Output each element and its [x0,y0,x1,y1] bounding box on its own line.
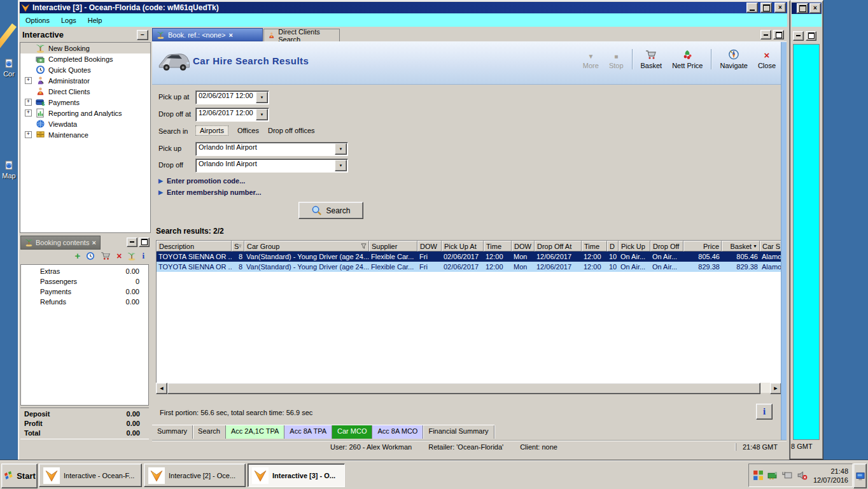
cart-icon[interactable] [101,252,111,260]
background-window[interactable]: × 8 GMT [789,0,823,460]
promotion-code-link[interactable]: ▶ Enter promotion code... [158,177,245,185]
table-row[interactable]: TOYOTA SIENNA OR ... 8 Van(Standard) - Y… [157,262,781,272]
info-icon[interactable]: i [142,251,144,261]
dropdown-icon[interactable]: ▼ [335,160,347,171]
filter-icon[interactable] [361,243,367,249]
scroll-right-icon[interactable]: ▶ [770,383,781,394]
info-button[interactable]: i [756,404,773,420]
tab-acc-8a-mco[interactable]: Acc 8A MCO [372,425,423,439]
option-offices[interactable]: Offices [237,127,259,134]
drop-off-field[interactable]: Orlando Intl Airport ▼ [195,159,348,173]
tab-direct-clients-search[interactable]: Direct Clients Search [263,29,340,41]
volume-muted-icon[interactable] [797,470,808,481]
list-item[interactable]: Payments 0.00 [21,288,148,298]
column-header[interactable]: Drop Off At [535,241,582,252]
column-header[interactable]: Time [582,241,607,252]
column-header[interactable]: Description [157,241,232,252]
option-drop-off-offices[interactable]: Drop off offices [268,127,315,134]
menu-options[interactable]: Options [20,16,55,25]
minimize-panel-button[interactable] [760,30,771,39]
collapse-panel-button[interactable]: − [137,30,148,40]
column-header[interactable]: DOW [512,241,535,252]
navigate-button[interactable]: Navigate [715,48,752,71]
desktop-icon-corporate[interactable]: Cor [1,59,17,78]
dropdown-icon[interactable]: ▼ [256,92,268,103]
menu-logs[interactable]: Logs [55,16,82,25]
maximize-button[interactable] [760,3,772,13]
basket-button[interactable]: Basket [636,48,667,71]
minimize-panel-button[interactable] [793,31,804,41]
sidebar-item-quick-quotes[interactable]: Quick Quotes [20,64,150,75]
taskbar-button-interactive-1[interactable]: Interactive - Ocean-F... [39,464,142,487]
menu-help[interactable]: Help [82,16,108,25]
column-header[interactable]: DOW [417,241,442,252]
sidebar-item-new-booking[interactable]: New Booking [20,43,150,53]
vertical-scroll-strip[interactable] [781,42,787,453]
start-button[interactable]: Start [1,464,38,488]
option-airports[interactable]: Airports [195,125,228,136]
horizontal-scrollbar[interactable]: ◀ ▶ [156,383,781,393]
expand-icon[interactable]: + [25,110,32,117]
list-item[interactable]: Extras 0.00 [21,267,148,278]
taskbar-button-interactive-2[interactable]: Interactive [2] - Oce... [144,464,246,487]
tray-app-icon[interactable] [753,470,764,481]
tab-booking-ref[interactable]: Book. ref.: <none> × [152,28,263,41]
sidebar-item-direct-clients[interactable]: Direct Clients [20,86,150,97]
close-button[interactable]: × [774,3,786,13]
sidebar-item-reporting[interactable]: + Reporting and Analytics [20,108,150,118]
table-row[interactable]: TOYOTA SIENNA OR ... 8 Van(Standard) - Y… [157,252,781,262]
column-header[interactable]: Car Group [244,241,369,252]
column-header[interactable]: Price [683,241,722,252]
maximize-button[interactable] [797,3,808,13]
minimize-panel-button[interactable] [127,237,137,247]
pick-up-at-field[interactable]: 02/06/2017 12:00 ▼ [195,90,269,104]
network-adapter-icon[interactable] [767,470,778,481]
restore-panel-button[interactable] [773,30,784,39]
restore-panel-button[interactable] [806,31,816,41]
restore-panel-button[interactable] [139,237,150,247]
booking-contents-tab[interactable]: Booking contents × [20,236,101,250]
column-header[interactable]: Basket▼ [722,241,760,252]
expand-icon[interactable]: + [25,99,32,106]
close-tab-icon[interactable]: × [92,239,95,246]
list-item[interactable]: Passengers 0 [21,278,148,288]
dropdown-icon[interactable]: ▼ [256,109,268,120]
membership-number-link[interactable]: ▶ Enter membership number... [158,188,261,196]
tray-clock[interactable]: 21:48 12/07/2016 [813,467,848,485]
column-header[interactable]: Pick Up At [442,241,484,252]
add-icon[interactable]: + [74,252,80,260]
sidebar-item-payments[interactable]: + Payments [20,97,150,108]
tab-acc-8a-tpa[interactable]: Acc 8A TPA [284,425,332,439]
refresh-clock-icon[interactable] [86,252,95,260]
minimize-button[interactable] [746,3,758,13]
scrollbar-thumb[interactable] [167,383,760,394]
column-header[interactable]: Supplier [369,241,417,252]
sidebar-item-viewdata[interactable]: Viewdata [20,118,150,129]
taskbar-button-interactive-3[interactable]: Interactive [3] - O... [248,464,345,487]
delete-icon[interactable]: × [116,252,122,260]
close-tab-icon[interactable]: × [229,31,233,39]
pick-up-field[interactable]: Orlando Intl Airport ▼ [195,142,348,156]
column-header[interactable]: Time [484,241,512,252]
expand-icon[interactable]: + [25,77,32,84]
sidebar-item-administrator[interactable]: + Administrator [20,75,150,86]
column-header[interactable]: D [607,241,619,252]
sidebar-item-maintenance[interactable]: + Maintenance [20,129,150,140]
close-search-button[interactable]: × Close [753,50,780,71]
filter-icon[interactable] [239,243,242,249]
drop-off-at-field[interactable]: 12/06/2017 12:00 ▼ [195,108,269,122]
desktop-icon-map[interactable]: Map [1,160,17,180]
expand-icon[interactable]: + [25,131,32,138]
tab-search[interactable]: Search [193,425,226,439]
palm-tree-icon[interactable] [127,252,136,260]
titlebar[interactable]: Interactive [3] - Ocean-Florida (code: w… [20,2,787,13]
dropdown-icon[interactable]: ▼ [335,143,347,155]
nett-price-button[interactable]: Nett Price [668,48,707,71]
column-header[interactable]: Pick Up [619,241,650,252]
tab-summary[interactable]: Summary [152,425,193,439]
list-item[interactable]: Refunds 0.00 [21,298,148,308]
scroll-left-icon[interactable]: ◀ [156,383,167,394]
show-desktop-button[interactable] [853,464,867,488]
tab-car-mco[interactable]: Car MCO [332,425,372,439]
hardware-plug-icon[interactable] [782,470,793,481]
